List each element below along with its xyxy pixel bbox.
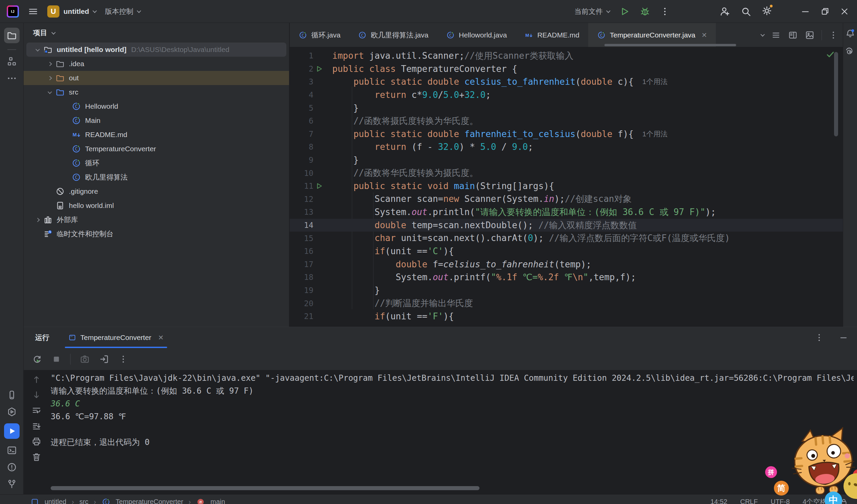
breadcrumb-item[interactable]: main [211,498,225,504]
tree-item-out[interactable]: out [24,71,289,85]
tab-options-icon[interactable] [771,30,781,40]
tree-item-.gitignore[interactable]: .gitignore [24,184,289,199]
window-minimize-button[interactable] [800,6,810,17]
breadcrumb-item[interactable]: src [79,498,88,504]
editor-tab-TemperatureConverter.java[interactable]: CTemperatureConverter.java✕ [588,23,716,47]
tree-item-hello_world.iml[interactable]: hello world.iml [24,199,289,213]
tool-version-control-button[interactable] [6,479,17,489]
editor-tab-_.java[interactable]: C欧几里得算法.java [349,23,437,47]
code-line-11[interactable]: 11 public static void main(String[]args)… [290,180,843,193]
tree-chevron-icon[interactable] [44,77,55,80]
tool-structure-button[interactable] [6,56,17,67]
tool-commit-button[interactable] [6,389,17,400]
main-menu-icon[interactable] [28,6,38,17]
tool-services-button[interactable] [6,406,17,417]
code-line-9[interactable]: 9 } [290,154,843,167]
run-gutter-slot[interactable] [313,182,325,190]
clear-console-icon[interactable] [31,452,41,462]
tool-problems-button[interactable] [6,462,17,473]
run-panel-options-icon[interactable] [814,333,824,342]
project-panel-header[interactable]: 项目 [24,23,289,43]
usages-inlay-hint[interactable]: 1个用法 [642,77,668,86]
file-encoding[interactable]: UTF-8 [771,498,790,504]
run-gutter-slot[interactable] [313,65,325,73]
more-tools-button[interactable] [6,73,17,84]
tree-chevron-icon[interactable] [44,63,55,66]
tool-terminal-button[interactable] [6,445,17,456]
vcs-widget[interactable]: 版本控制 [105,7,140,16]
search-everywhere-icon[interactable] [740,6,752,17]
editor-more-icon[interactable] [829,30,838,40]
editor-tab-Helloworld.java[interactable]: CHelloworld.java [437,23,516,47]
code-line-7[interactable]: 7 public static double fahrenheit_to_cel… [290,128,843,141]
run-button[interactable] [619,6,630,17]
code-line-17[interactable]: 17 double f=celsius_to_fahrenheit(temp); [290,258,843,271]
tree-chevron-icon[interactable] [44,91,55,94]
split-editor-icon[interactable] [788,30,798,40]
code-line-8[interactable]: 8 return (f - 32.0) * 5.0 / 9.0; [290,140,843,154]
tree-item-TemperatureConverter[interactable]: CTemperatureConverter [24,142,289,156]
code-line-16[interactable]: 16 if(unit =='C'){ [290,245,843,258]
open-in-editor-icon[interactable] [99,354,110,365]
code-editor[interactable]: 1import java.util.Scanner;//使用Scanner类获取… [290,47,843,327]
tab-scrollbar[interactable] [604,44,736,46]
code-line-18[interactable]: 18 System.out.printf("%.1f ℃=%.2f ℉\n",t… [290,271,843,284]
breadcrumb-item[interactable]: untitled [45,498,67,504]
editor-tab-README.md[interactable]: MREADME.md [516,23,588,47]
tree-item-_[interactable]: 外部库 [24,213,289,227]
code-line-3[interactable]: 3 public static double celsius_to_fahren… [290,75,843,88]
project-widget[interactable]: U untitled [47,5,96,18]
tree-item-README.md[interactable]: MREADME.md [24,128,289,142]
code-line-6[interactable]: 6 //函数将摄氏度转换为华氏度。 [290,115,843,128]
preview-icon[interactable] [805,30,815,40]
code-line-20[interactable]: 20 //判断温度并输出华氏度 [290,297,843,310]
close-icon[interactable]: ✕ [158,334,164,342]
tab-list-chevron-icon[interactable] [760,32,765,37]
run-console-tab[interactable]: TemperatureConverter ✕ [65,327,167,348]
tree-item-src[interactable]: src [24,85,289,99]
code-line-5[interactable]: 5 } [290,101,843,115]
code-line-1[interactable]: 1import java.util.Scanner;//使用Scanner类获取… [290,49,843,63]
tree-item-_[interactable]: 临时文件和控制台 [24,227,289,241]
close-icon[interactable]: ✕ [701,31,707,39]
breadcrumb-item[interactable]: TemperatureConverter [116,498,183,504]
code-line-2[interactable]: 2public class TemperatureConverter { [290,63,843,75]
usages-inlay-hint[interactable]: 1个用法 [642,129,668,139]
window-restore-button[interactable] [820,6,830,17]
tool-run-button[interactable] [4,423,20,439]
debug-button[interactable] [640,6,650,17]
notifications-bell-icon[interactable] [845,28,856,39]
tree-item-_[interactable]: C循环 [24,156,289,170]
soft-wrap-icon[interactable] [31,405,41,416]
stop-button[interactable] [51,354,62,364]
hide-tool-window-icon[interactable] [839,333,848,342]
tree-chevron-icon[interactable] [32,48,43,51]
code-line-21[interactable]: 21 if(unit =='F'){ [290,310,843,323]
console-horizontal-scrollbar[interactable] [51,486,480,490]
tree-item-_[interactable]: C欧几里得算法 [24,170,289,184]
code-line-10[interactable]: 10 //函数将华氏度转换为摄氏度。 [290,166,843,180]
settings-button[interactable] [761,5,773,18]
code-line-14[interactable]: 14 double temp=scan.nextDouble(); //输入双精… [290,219,843,232]
code-line-12[interactable]: 12 Scanner scan=new Scanner(System.in);/… [290,193,843,206]
run-console-output[interactable]: "C:\Program Files\Java\jdk-22\bin\java.e… [51,372,854,481]
console-more-icon[interactable] [119,354,128,364]
ai-assistant-icon[interactable] [845,47,856,57]
scroll-to-end-icon[interactable] [31,421,41,431]
tree-item-Helloworld[interactable]: CHelloworld [24,99,289,114]
tree-item-.idea[interactable]: .idea [24,57,289,71]
next-occurrence-icon[interactable] [31,390,41,400]
tool-project-button[interactable] [4,28,20,43]
rerun-button[interactable] [32,354,43,365]
tree-item-Main[interactable]: CMain [24,114,289,128]
window-close-button[interactable] [839,6,850,17]
thread-dump-icon[interactable] [79,354,90,365]
code-with-me-icon[interactable] [719,6,731,17]
run-configuration-selector[interactable]: 当前文件 [574,7,610,16]
line-separator[interactable]: CRLF [740,498,758,504]
code-line-13[interactable]: 13 System.out.println("请输入要转换的温度和单位：(例如 … [290,206,843,219]
code-line-4[interactable]: 4 return c*9.0/5.0+32.0; [290,88,843,102]
code-line-19[interactable]: 19 } [290,284,843,297]
editor-scrollbar[interactable] [834,52,838,136]
tree-chevron-icon[interactable] [32,218,43,221]
